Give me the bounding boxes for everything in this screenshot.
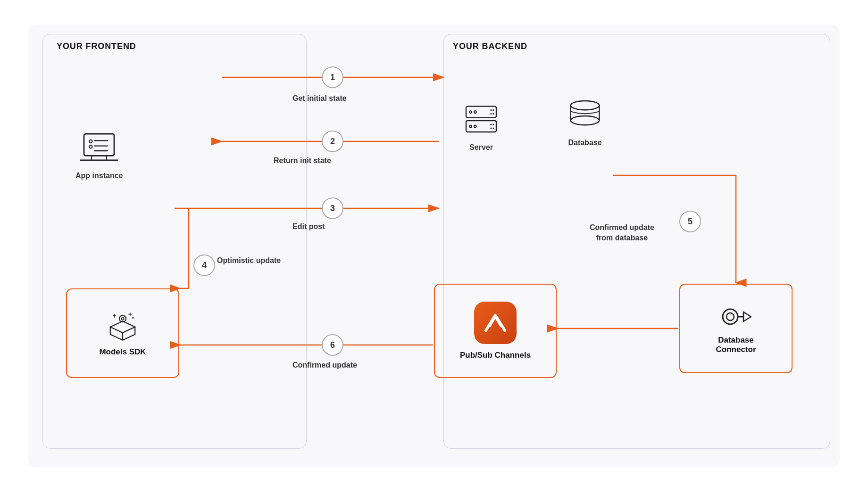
svg-point-31 xyxy=(490,123,492,125)
svg-point-48 xyxy=(726,313,734,320)
database-node: Database xyxy=(566,95,604,147)
models-sdk-icon xyxy=(106,310,139,343)
step-5-circle: 5 xyxy=(679,211,701,232)
db-connector-icon xyxy=(717,303,755,331)
pubsub-logo xyxy=(474,302,517,344)
svg-point-47 xyxy=(723,309,738,324)
step-6-circle: 6 xyxy=(322,334,343,356)
step-1-circle: 1 xyxy=(322,66,343,88)
app-instance-node: App instance xyxy=(75,128,123,180)
svg-point-29 xyxy=(469,125,472,128)
svg-point-25 xyxy=(492,109,494,111)
svg-point-32 xyxy=(492,123,494,125)
svg-point-38 xyxy=(571,116,600,125)
models-sdk-label: Models SDK xyxy=(99,347,146,357)
svg-point-40 xyxy=(121,318,124,320)
svg-rect-12 xyxy=(84,134,114,156)
laptop-icon xyxy=(80,128,118,166)
svg-point-35 xyxy=(571,101,600,110)
svg-rect-19 xyxy=(92,156,107,160)
app-instance-label: App instance xyxy=(75,172,123,180)
db-connector-node: Database Connector xyxy=(679,284,793,373)
server-node: Server xyxy=(462,100,500,152)
svg-rect-20 xyxy=(466,107,496,118)
svg-point-23 xyxy=(474,111,476,113)
pubsub-node: Pub/Sub Channels xyxy=(434,284,557,378)
svg-point-24 xyxy=(490,109,492,111)
svg-point-26 xyxy=(490,113,492,115)
backend-label: YOUR BACKEND xyxy=(453,41,527,51)
svg-point-30 xyxy=(474,125,476,128)
db-connector-label: Database Connector xyxy=(716,336,756,354)
database-label: Database xyxy=(568,139,601,147)
diagram-container: YOUR FRONTEND YOUR BACKEND xyxy=(28,25,840,467)
svg-point-13 xyxy=(89,140,92,143)
step-2-circle: 2 xyxy=(322,131,343,152)
models-sdk-node: Models SDK xyxy=(66,288,179,378)
database-icon xyxy=(566,95,604,133)
pubsub-label: Pub/Sub Channels xyxy=(460,351,531,360)
step-3-circle: 3 xyxy=(322,197,343,219)
svg-point-34 xyxy=(492,127,494,129)
step-4-circle: 4 xyxy=(193,254,215,276)
step-6-label: Confirmed update xyxy=(292,361,357,369)
frontend-label: YOUR FRONTEND xyxy=(57,41,136,51)
svg-point-27 xyxy=(492,113,494,115)
svg-point-33 xyxy=(490,127,492,129)
step-5-label: Confirmed updatefrom database xyxy=(590,222,654,244)
arrows-svg xyxy=(28,25,840,467)
frontend-region xyxy=(42,34,307,449)
step-2-label: Return init state xyxy=(274,156,331,165)
step-3-label: Edit post xyxy=(292,222,325,231)
svg-rect-28 xyxy=(466,121,496,132)
step-1-label: Get initial state xyxy=(292,94,347,103)
step-4-label: Optimistic update xyxy=(217,256,281,265)
server-icon xyxy=(462,100,500,138)
server-label: Server xyxy=(469,143,493,152)
pubsub-logo-icon xyxy=(481,309,509,337)
svg-point-22 xyxy=(469,111,472,113)
svg-point-15 xyxy=(89,145,92,148)
